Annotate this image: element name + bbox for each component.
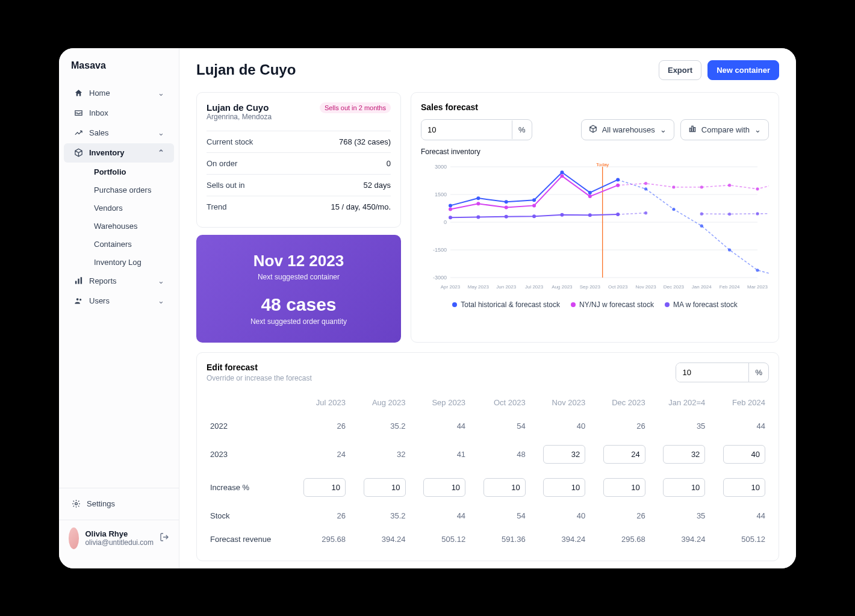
new-container-button[interactable]: New container	[707, 60, 779, 80]
increase-cell-input[interactable]	[483, 478, 526, 497]
svg-text:-3000: -3000	[433, 275, 447, 281]
increase-cell-input[interactable]	[423, 478, 465, 497]
users-icon	[73, 296, 83, 306]
warehouse-select[interactable]: All warehouses ⌄	[581, 119, 674, 140]
nav-inbox[interactable]: Inbox	[64, 104, 174, 123]
svg-rect-2	[80, 277, 82, 284]
increase-cell-input[interactable]	[303, 478, 346, 497]
legend-total: Total historical & forecast stock	[452, 300, 560, 309]
edit-forecast-title: Edit forecast	[207, 362, 312, 372]
svg-text:Jan 2024: Jan 2024	[692, 284, 712, 290]
nav-settings[interactable]: Settings	[59, 493, 179, 515]
nav-portfolio[interactable]: Portfolio	[76, 163, 174, 181]
svg-rect-8	[694, 127, 695, 131]
increase-cell-input[interactable]	[603, 478, 645, 497]
forecast-cell-input[interactable]	[663, 445, 705, 464]
edit-pct-input[interactable]	[676, 363, 748, 382]
user-profile[interactable]: Olivia Rhye olivia@untitledui.com	[59, 520, 179, 556]
nav-label: Reports	[89, 276, 117, 285]
svg-point-35	[505, 200, 508, 204]
forecast-cell-input[interactable]	[543, 445, 585, 464]
svg-point-53	[644, 182, 647, 185]
compare-select[interactable]: Compare with ⌄	[680, 119, 769, 140]
svg-text:Feb 2024: Feb 2024	[720, 284, 740, 290]
table-row: 20222635.2445440263544	[207, 414, 769, 438]
svg-text:Nov 2023: Nov 2023	[635, 284, 656, 290]
brand-logo: Masava	[59, 60, 179, 83]
forecast-cell-input[interactable]	[723, 445, 765, 464]
increase-cell-input[interactable]	[663, 478, 705, 497]
forecast-subtitle: Forecast inventory	[421, 148, 769, 156]
nav-users[interactable]: Users ⌄	[64, 291, 174, 311]
svg-rect-7	[692, 126, 693, 131]
svg-rect-6	[689, 128, 691, 131]
forecast-controls: % All warehouses ⌄	[421, 119, 769, 140]
forecast-cell-input[interactable]	[603, 445, 645, 464]
trend-icon	[73, 128, 83, 138]
sidebar-footer: Settings Olivia Rhye olivia@untitledui.c…	[59, 488, 179, 556]
forecast-table: Jul 2023Aug 2023Sep 2023Oct 2023Nov 2023…	[207, 391, 769, 551]
svg-point-4	[79, 299, 81, 300]
legend-nynj: NY/NJ w forecast stock	[571, 300, 654, 309]
forecast-pct-input[interactable]	[421, 120, 512, 139]
svg-point-57	[756, 187, 759, 190]
svg-point-60	[476, 215, 480, 219]
forecast-title: Sales forecast	[421, 102, 769, 112]
svg-point-33	[449, 204, 452, 207]
svg-text:-1500: -1500	[433, 247, 447, 253]
month-header: Sep 2023	[409, 391, 470, 414]
stat-on-order: On order 0	[207, 152, 391, 174]
chart-legend: Total historical & forecast stock NY/NJ …	[421, 300, 769, 309]
cube-icon	[589, 125, 597, 135]
nav-inventory-log[interactable]: Inventory Log	[76, 254, 174, 271]
nav: Home ⌄ Inbox Sales ⌄	[59, 83, 179, 488]
export-button[interactable]: Export	[659, 60, 701, 80]
increase-cell-input[interactable]	[364, 478, 406, 497]
svg-text:3000: 3000	[435, 164, 447, 170]
gear-icon	[71, 499, 81, 509]
nav-containers[interactable]: Containers	[76, 235, 174, 253]
nav-warehouses[interactable]: Warehouses	[76, 217, 174, 235]
increase-cell-input[interactable]	[543, 478, 585, 497]
suggest-date: Nov 12 2023	[208, 252, 389, 270]
svg-text:1500: 1500	[435, 191, 447, 198]
top-grid: Lujan de Cuyo Argenrina, Mendoza Sells o…	[196, 92, 779, 343]
svg-text:Dec 2023: Dec 2023	[664, 284, 685, 290]
nav-reports[interactable]: Reports ⌄	[64, 272, 174, 291]
summary-region: Argenrina, Mendoza	[207, 113, 272, 121]
user-name: Olivia Rhye	[85, 529, 154, 538]
bar-chart-icon	[73, 276, 83, 286]
forecast-card: Sales forecast % All warehouses ⌄	[411, 92, 779, 343]
nav-label: Inventory	[89, 148, 125, 157]
table-row: Increase %	[207, 471, 769, 504]
svg-point-42	[700, 224, 703, 227]
pct-unit: %	[748, 363, 768, 382]
chevron-down-icon: ⌄	[158, 128, 164, 137]
logout-icon[interactable]	[160, 532, 169, 544]
increase-cell-input[interactable]	[723, 478, 765, 497]
svg-text:Oct 2023: Oct 2023	[608, 284, 628, 290]
nav-purchase-orders[interactable]: Purchase orders	[76, 181, 174, 199]
edit-forecast-sub: Override or increase the forecast	[207, 374, 312, 382]
svg-point-54	[672, 185, 675, 188]
nav-inventory[interactable]: Inventory ⌃	[64, 143, 174, 163]
month-header: Nov 2023	[529, 391, 589, 414]
svg-point-43	[728, 248, 731, 251]
svg-point-59	[449, 216, 452, 219]
svg-text:0: 0	[444, 219, 447, 225]
nav-home[interactable]: Home ⌄	[64, 84, 174, 103]
svg-point-55	[700, 185, 703, 188]
nav-label: Inbox	[89, 108, 108, 117]
chevron-down-icon: ⌄	[660, 125, 667, 134]
sidebar: Masava Home ⌄ Inbox	[59, 48, 179, 568]
edit-forecast-card: Edit forecast Override or increase the f…	[196, 352, 779, 561]
nav-sales[interactable]: Sales ⌄	[64, 123, 174, 143]
summary-column: Lujan de Cuyo Argenrina, Mendoza Sells o…	[196, 92, 401, 343]
svg-point-66	[644, 211, 647, 214]
chevron-down-icon: ⌄	[754, 125, 761, 134]
nav-vendors[interactable]: Vendors	[76, 199, 174, 217]
pct-unit: %	[512, 120, 532, 139]
stat-sells-out: Sells out in 52 days	[207, 174, 391, 196]
svg-text:Jul 2023: Jul 2023	[525, 284, 544, 290]
table-row: Stock2635.2445440263544	[207, 504, 769, 527]
